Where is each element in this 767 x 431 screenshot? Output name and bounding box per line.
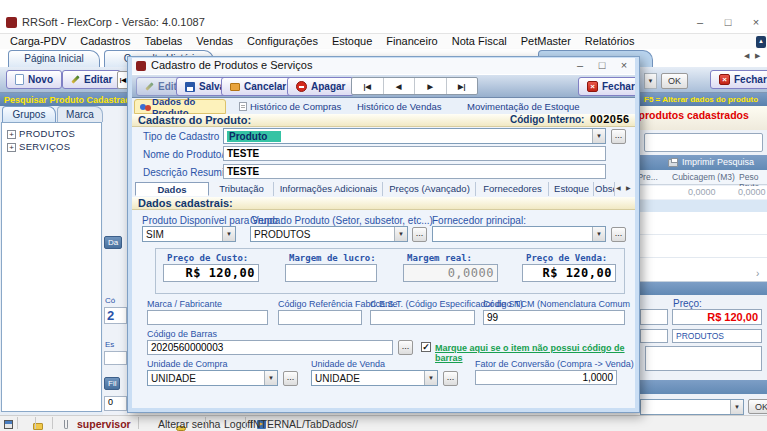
unidade-venda-browse-button[interactable]: ... <box>443 371 458 386</box>
chevron-down-icon[interactable]: ▼ <box>592 129 605 143</box>
dialog-fechar-button[interactable]: × Fechar <box>578 77 635 96</box>
tab-fornecedores[interactable]: Fornecedores <box>477 182 549 196</box>
nome-produto-input[interactable]: TESTE <box>223 146 606 161</box>
obscured-field[interactable] <box>104 351 127 365</box>
preco-field[interactable]: R$ 120,00 <box>672 309 762 325</box>
chevron-down-icon[interactable]: ▼ <box>592 227 605 241</box>
nav-prev-icon[interactable]: ◀ <box>384 78 416 94</box>
chevron-down-icon[interactable]: ▼ <box>394 227 407 241</box>
expand-icon[interactable]: + <box>7 130 16 139</box>
dialog-apagar-button[interactable]: Apagar <box>287 77 354 96</box>
nav-first-icon[interactable]: |◀ <box>352 78 384 94</box>
chevron-down-icon[interactable]: ▼ <box>264 371 277 385</box>
results-search-input[interactable] <box>644 133 763 152</box>
tab-historico-vendas[interactable]: Histórico de Vendas <box>352 99 447 114</box>
tab-estoque[interactable]: Estoque <box>550 182 594 196</box>
menu-vendas[interactable]: Vendas <box>196 35 233 49</box>
tab-tributacao[interactable]: Tributação <box>210 182 274 196</box>
results-row[interactable] <box>640 200 767 212</box>
inner-tab-scroll-right-icon[interactable]: ▶ <box>626 184 631 191</box>
descricao-input[interactable]: TESTE <box>223 164 606 179</box>
tipo-cadastro-combo[interactable]: Produto ▼ <box>223 128 606 144</box>
tab-dados-do-produto[interactable]: Dados do Produto <box>134 99 226 114</box>
tab-observacoes[interactable]: Observações <box>595 182 615 196</box>
sem-barras-checkbox[interactable]: ✓ <box>421 342 431 352</box>
unidade-venda-combo[interactable]: UNIDADE ▼ <box>311 370 438 386</box>
obs-field[interactable] <box>645 346 762 371</box>
tab-pagina-inicial[interactable]: Página Inicial <box>8 50 100 67</box>
tab-marca[interactable]: Marca <box>57 106 103 122</box>
menu-financeiro[interactable]: Financeiro <box>386 35 437 49</box>
menu-carga-pdv[interactable]: Carga-PDV <box>10 35 66 49</box>
toolbar-overflow-thumb[interactable]: ▲ <box>756 36 766 48</box>
tab-scroll-left-icon[interactable]: ◀ <box>744 52 749 60</box>
results-row[interactable]: 0,0000 0,0000 <box>640 186 767 199</box>
fator-conversao-input[interactable]: 1,0000 <box>475 370 617 385</box>
menu-configuracoes[interactable]: Configurações <box>247 35 318 49</box>
bottom-ok-button[interactable]: OK <box>748 399 767 414</box>
chevron-down-icon[interactable]: ▼ <box>424 371 437 385</box>
obscured-button[interactable]: Fil <box>104 377 120 390</box>
cod-ref-input[interactable] <box>278 310 362 325</box>
cest-input[interactable] <box>370 310 475 325</box>
background-fechar-button[interactable]: × Fechar <box>710 70 767 89</box>
nav-next-icon[interactable]: ▶ <box>415 78 447 94</box>
tab-informacoes-adicionais[interactable]: Informações Adicionais <box>275 182 383 196</box>
margem-lucro-field[interactable] <box>285 264 377 282</box>
novo-button[interactable]: Novo <box>6 70 62 89</box>
grupo-field[interactable]: PRODUTOS <box>672 329 762 343</box>
barras-browse-button[interactable]: ... <box>398 340 413 355</box>
tree-item-produtos[interactable]: + PRODUTOS <box>7 127 75 139</box>
obscured-field[interactable]: 0 <box>104 396 127 411</box>
preco-venda-field[interactable]: R$ 120,00 <box>522 264 616 282</box>
grid-panel-icon[interactable] <box>4 420 13 429</box>
tab-dados-cadastrais[interactable]: Dados Cadastrais <box>135 182 209 196</box>
marca-input[interactable] <box>147 310 268 325</box>
tab-scroll-right-icon[interactable]: ▶ <box>755 52 760 60</box>
tab-historico-compras[interactable]: Histórico de Compras <box>234 99 346 114</box>
minimize-icon[interactable]: – <box>692 15 708 29</box>
minimize-icon[interactable]: – <box>572 58 588 72</box>
menu-nota-fiscal[interactable]: Nota Fiscal <box>452 35 507 49</box>
obscured-field[interactable] <box>640 329 668 343</box>
menu-tabelas[interactable]: Tabelas <box>144 35 182 49</box>
fornecedor-combo[interactable]: ▼ <box>432 226 606 242</box>
nav-last-icon[interactable]: ▶| <box>447 78 478 94</box>
expand-icon[interactable]: + <box>7 143 16 152</box>
chevron-icon[interactable]: › <box>756 268 759 279</box>
unidade-compra-combo[interactable]: UNIDADE ▼ <box>147 370 278 386</box>
grupo-browse-button[interactable]: ... <box>412 227 427 242</box>
close-icon[interactable]: × <box>748 15 764 29</box>
tab-grupos[interactable]: Grupos <box>2 106 56 122</box>
dialog-cancelar-button[interactable]: Cancelar <box>221 77 295 96</box>
background-ok-button[interactable]: OK <box>661 73 688 89</box>
menu-estoque[interactable]: Estoque <box>332 35 372 49</box>
obscured-button[interactable]: Da <box>104 236 122 249</box>
background-combo-arrow[interactable]: ▼ <box>644 73 657 89</box>
logoff-button[interactable]: Logoff <box>224 418 253 430</box>
maximize-icon[interactable]: □ <box>594 58 610 72</box>
maximize-icon[interactable]: □ <box>720 15 736 29</box>
menu-cadastros[interactable]: Cadastros <box>80 35 130 49</box>
paperclip-icon[interactable] <box>64 420 68 429</box>
disponivel-combo[interactable]: SIM ▼ <box>142 226 236 242</box>
close-icon[interactable]: × <box>616 58 632 72</box>
tipo-browse-button[interactable]: ... <box>611 129 626 144</box>
unidade-compra-browse-button[interactable]: ... <box>283 371 298 386</box>
ncm-input[interactable]: 99 <box>483 310 625 325</box>
grupo-produto-combo[interactable]: PRODUTOS ▼ <box>250 226 408 242</box>
tab-precos-avancado[interactable]: Preços (Avançado) <box>384 182 476 196</box>
fornecedor-browse-button[interactable]: ... <box>611 227 626 242</box>
menu-relatorios[interactable]: Relatórios <box>585 35 635 49</box>
bottom-combo[interactable]: ▼ <box>640 399 744 415</box>
inner-tab-scroll-left-icon[interactable]: ◀ <box>616 184 621 191</box>
tab-movimentacao-estoque[interactable]: Movimentação de Estoque <box>462 99 584 114</box>
editar-button[interactable]: Editar <box>62 70 121 89</box>
codigo-barras-input[interactable]: 2020560000003 <box>147 340 393 355</box>
menu-petmaster[interactable]: PetMaster <box>521 35 571 49</box>
chevron-down-icon[interactable]: ▼ <box>222 227 235 241</box>
alterar-senha-button[interactable]: Alterar senha <box>158 418 220 430</box>
tree-item-servicos[interactable]: + SERVIÇOS <box>7 140 70 152</box>
imprimir-pesquisa-button[interactable]: Imprimir Pesquisa <box>682 157 754 167</box>
column-header[interactable]: Cubicagem (M3) <box>672 172 735 182</box>
